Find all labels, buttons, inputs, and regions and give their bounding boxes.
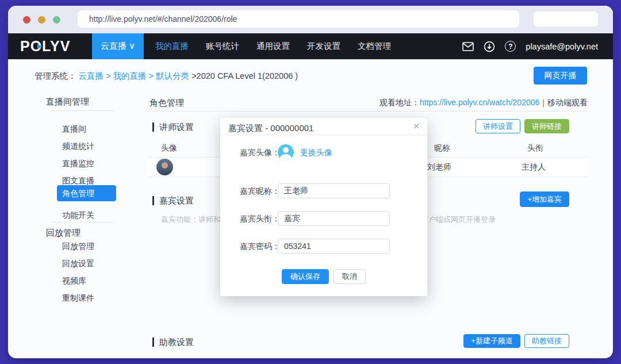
mobile-watch-link[interactable]: 移动端观看	[547, 98, 588, 107]
teacher-settings-button[interactable]: 讲师设置	[476, 119, 520, 133]
watch-address-row: 观看地址：https://live.polyv.cn/watch/202006｜…	[379, 98, 588, 108]
guest-password-label: 嘉宾密码：	[240, 242, 280, 252]
change-avatar-link[interactable]: 更换头像	[300, 148, 332, 158]
close-icon[interactable]: ×	[413, 120, 420, 132]
sidebar-divider	[51, 222, 114, 223]
tab-doc-manage[interactable]: 文档管理	[358, 41, 391, 52]
sidebar-item-playback-settings[interactable]: 回放设置	[62, 259, 94, 269]
breadcrumb-link-default-category[interactable]: 默认分类	[156, 71, 189, 81]
teacher-avatar-photo	[156, 159, 173, 175]
sidebar-item-remake-courseware[interactable]: 重制课件	[62, 293, 94, 304]
polyv-logo[interactable]: POLYV	[20, 38, 86, 55]
breadcrumb: 管理系统： 云直播 > 我的直播 > 默认分类 >2020 CFA Level …	[34, 71, 298, 82]
window-maximize-button[interactable]	[53, 16, 60, 24]
navbar-right: ? playsafe@polyv.net	[462, 41, 613, 52]
guest-buttons: +增加嘉宾	[520, 191, 569, 207]
teacher-link-button[interactable]: 讲师链接	[524, 119, 569, 133]
modal-title: 嘉宾设置 - 000000001	[228, 123, 313, 134]
logo-play-icon	[37, 44, 42, 49]
web-broadcast-button[interactable]: 网页开播	[534, 67, 587, 85]
sidebar-item-live-room[interactable]: 直播间	[62, 124, 86, 135]
sidebar-item-feature-switch[interactable]: 功能开关	[62, 210, 94, 221]
polyv-logo-text: POLYV	[20, 38, 70, 54]
new-subchannel-button[interactable]: +新建子频道	[463, 334, 520, 348]
teacher-buttons: 讲师设置 讲师链接	[476, 119, 569, 133]
watch-address-link[interactable]: https://live.polyv.cn/watch/202006	[420, 98, 539, 107]
mail-icon[interactable]	[462, 41, 474, 52]
assistant-section-title: 助教设置	[152, 338, 194, 347]
assistant-buttons: +新建子频道 助教链接	[463, 334, 569, 348]
column-header-title: 头衔	[527, 143, 543, 154]
teacher-section-title: 讲师设置	[152, 122, 194, 132]
watch-address-label: 观看地址：	[379, 98, 420, 107]
guest-password-input[interactable]	[278, 239, 390, 254]
teacher-title-cell: 主持人	[522, 162, 546, 173]
address-bar[interactable]: http://live.polyv.net/#/channel/202006/r…	[78, 10, 519, 28]
cancel-button[interactable]: 取消	[334, 269, 366, 284]
browser-window: http://live.polyv.net/#/channel/202006/r…	[8, 6, 613, 358]
sidebar-item-playback-manage[interactable]: 回放管理	[62, 242, 94, 252]
guest-nickname-label: 嘉宾昵称：	[240, 186, 280, 197]
window-minimize-button[interactable]	[38, 16, 45, 24]
guest-nickname-input[interactable]	[278, 183, 390, 198]
sidebar-item-live-monitor[interactable]: 直播监控	[62, 159, 94, 169]
window-close-button[interactable]	[23, 16, 30, 24]
guest-avatar-icon[interactable]	[278, 144, 294, 160]
modal-footer: 确认保存 取消	[220, 269, 427, 284]
tab-account-stats[interactable]: 账号统计	[206, 41, 239, 52]
guest-title-input[interactable]	[278, 211, 390, 226]
guest-hint-right: 户端或网页开播登录	[428, 214, 496, 225]
column-header-nickname: 昵称	[434, 143, 450, 154]
product-tab-cloud-live[interactable]: 云直播 ∨	[92, 33, 144, 59]
assistant-link-button[interactable]: 助教链接	[524, 334, 569, 348]
browser-topbar: http://live.polyv.net/#/channel/202006/r…	[8, 6, 613, 33]
breadcrumb-link-my-live[interactable]: 我的直播	[113, 71, 147, 81]
breadcrumb-separator: >	[149, 71, 156, 81]
guest-hint-left: 嘉宾功能：讲师和嘉	[161, 214, 228, 225]
page-title: 角色管理	[150, 98, 184, 109]
tab-dev-settings[interactable]: 开发设置	[307, 41, 340, 52]
add-guest-button[interactable]: +增加嘉宾	[520, 191, 569, 207]
sidebar-divider	[51, 110, 114, 111]
breadcrumb-separator: >	[106, 71, 113, 81]
guest-avatar-label: 嘉宾头像：	[240, 148, 280, 158]
sidebar-item-video-library[interactable]: 视频库	[62, 276, 86, 286]
tab-general-settings[interactable]: 通用设置	[256, 41, 290, 52]
watch-divider: ｜	[539, 98, 547, 107]
modal-title-divider	[220, 135, 427, 135]
nav-menu: 我的直播 账号统计 通用设置 开发设置 文档管理	[155, 41, 391, 52]
browser-controls-box	[534, 12, 598, 26]
guest-title-label: 嘉宾头衔：	[240, 214, 280, 224]
sidebar-section-playback-manage: 回放管理	[46, 228, 80, 239]
breadcrumb-prefix: 管理系统：	[34, 71, 76, 81]
breadcrumb-current: >2020 CFA Level 1(202006 )	[191, 71, 298, 81]
download-icon[interactable]	[484, 41, 495, 52]
help-icon[interactable]: ?	[505, 41, 516, 52]
sidebar-item-channel-stats[interactable]: 频道统计	[62, 141, 94, 152]
teacher-nickname-cell: 刘老师	[427, 162, 451, 173]
confirm-save-button[interactable]: 确认保存	[282, 269, 329, 284]
guest-section-title: 嘉宾设置	[152, 196, 194, 205]
sidebar-section-live-room-manage: 直播间管理	[46, 97, 89, 108]
account-email[interactable]: playsafe@polyv.net	[526, 42, 598, 51]
content-header-divider	[147, 111, 588, 112]
tab-my-live[interactable]: 我的直播	[155, 41, 189, 52]
main-navbar: POLYV 云直播 ∨ 我的直播 账号统计 通用设置 开发设置 文档管理 ? p…	[8, 33, 613, 59]
breadcrumb-link-cloud-live[interactable]: 云直播	[79, 71, 104, 81]
guest-settings-modal: 嘉宾设置 - 000000001 × 嘉宾头像： 更换头像 嘉宾昵称： 嘉宾头衔…	[220, 118, 427, 296]
column-header-avatar: 头像	[161, 143, 177, 154]
sidebar-item-role-manage[interactable]: 角色管理	[57, 185, 116, 201]
